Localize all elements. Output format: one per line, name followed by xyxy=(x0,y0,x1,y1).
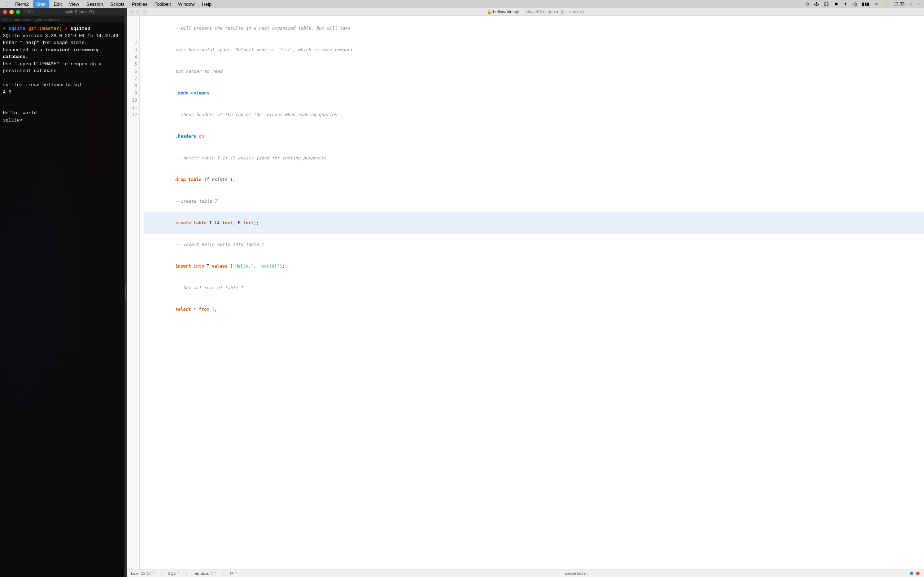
panel-splitter[interactable] xyxy=(124,8,127,288)
terminal-configure-status-bar[interactable]: Click here to configure status bar xyxy=(0,16,124,23)
editor-panel: 🔒 helloworld.sql — silvae86.github.io (g… xyxy=(127,8,462,288)
code-line-dot1: --will present the results in a neat org… xyxy=(144,17,462,39)
terminal-line-2: Enter ".help" for usage hints. xyxy=(3,39,122,47)
terminal-shortcut: ⌥⌘1 xyxy=(23,10,33,14)
code-area[interactable]: --will present the results in a neat org… xyxy=(140,16,462,288)
menu-iterm2[interactable]: iTerm2 xyxy=(12,0,32,8)
terminal-titlebar: ⌥⌘1 sqlite3 (sqlite3) xyxy=(0,8,124,16)
code-line-dot3: but harder to read xyxy=(144,61,462,82)
prompt-git-label: git:( xyxy=(28,26,42,31)
menu-shell[interactable]: Shell xyxy=(33,0,50,8)
terminal-close-button[interactable] xyxy=(3,10,7,14)
menu-scripts[interactable]: Scripts xyxy=(107,0,128,8)
terminal-line-1: SQLite version 3.28.0 2019-04-15 14:49:4… xyxy=(3,32,122,40)
prompt-branch: master xyxy=(42,26,59,31)
terminal-line-4: Use ".open FILENAME" to reopen on a pers… xyxy=(3,61,122,75)
terminal-panel: ⌥⌘1 sqlite3 (sqlite3) Click here to conf… xyxy=(0,8,124,288)
code-line-5: -- delete table T if it exists (good for… xyxy=(144,147,462,169)
terminal-window-title: sqlite3 (sqlite3) xyxy=(65,10,94,15)
status-bar-configure-text[interactable]: Click here to configure status bar xyxy=(3,17,61,22)
terminal-line-read: sqlite> .read helloworld.sql xyxy=(3,82,122,89)
terminal-line-5: . xyxy=(3,75,122,82)
editor-titlebar: 🔒 helloworld.sql — silvae86.github.io (g… xyxy=(127,8,462,16)
menu-edit[interactable]: Edit xyxy=(51,0,65,8)
app: ⌥⌘1 sqlite3 (sqlite3) Click here to conf… xyxy=(0,8,462,288)
prompt-cross: ✗ xyxy=(65,26,68,31)
terminal-maximize-button[interactable] xyxy=(16,10,20,14)
editor-minimize-button[interactable] xyxy=(136,10,141,14)
terminal-line-data: Hello, world! xyxy=(3,110,122,117)
terminal-line-3: Connected to a transient in-memory datab… xyxy=(3,47,122,61)
prompt-cmd: sqlite3 xyxy=(70,26,90,31)
split-container: ⌥⌘1 sqlite3 (sqlite3) Click here to conf… xyxy=(0,8,462,288)
code-line-7: --create table T xyxy=(144,190,462,212)
menu-help[interactable]: Help xyxy=(199,0,215,8)
code-line-3: --shows headers at the top of the column… xyxy=(144,104,462,126)
code-line-11: -- Get all rows of table T xyxy=(144,277,462,288)
editor-maximize-button[interactable] xyxy=(142,10,147,14)
code-line-dot2: more horizontal space. Default mode is '… xyxy=(144,39,462,61)
code-line-2: .mode columns xyxy=(144,82,462,104)
terminal-line-prompt: ➜ sqlite git:(master) ✗ sqlite3 xyxy=(3,25,122,32)
terminal-line-final-prompt: sqlite> xyxy=(3,117,122,124)
editor-body: · · · 2 3 4 5 6 7 8 9 10 11 12 xyxy=(127,16,462,288)
menu-view[interactable]: View xyxy=(66,0,82,8)
menu-profiles[interactable]: Profiles xyxy=(129,0,150,8)
prompt-dir: sqlite xyxy=(9,26,26,31)
line-numbers: · · · 2 3 4 5 6 7 8 9 10 11 12 xyxy=(127,16,140,288)
terminal-line-separator: ---------- ---------- xyxy=(3,95,122,103)
terminal-content[interactable]: ➜ sqlite git:(master) ✗ sqlite3 SQLite v… xyxy=(0,23,124,288)
prompt-git-close: ) xyxy=(59,26,62,31)
terminal-line-header: A B xyxy=(3,89,122,96)
menu-toolbelt[interactable]: Toolbelt xyxy=(152,0,174,8)
menubar:  iTerm2 Shell Edit View Session Scripts… xyxy=(0,0,462,8)
menu-session[interactable]: Session xyxy=(83,0,106,8)
code-line-6: drop table if exists T; xyxy=(144,169,462,190)
editor-close-button[interactable] xyxy=(129,10,134,14)
prompt-arrow: ➜ xyxy=(3,26,6,31)
terminal-minimize-button[interactable] xyxy=(10,10,14,14)
code-line-8: create table T (A text, B text); xyxy=(144,212,462,234)
code-line-9: -- Insert Hello World into table T xyxy=(144,234,462,255)
apple-menu[interactable]:  xyxy=(3,0,10,8)
code-line-4: .headers on xyxy=(144,126,462,147)
terminal-line-empty xyxy=(3,103,122,110)
menu-window[interactable]: Window xyxy=(175,0,197,8)
code-line-10: insert into T values ('Hello,', 'world!'… xyxy=(144,255,462,277)
